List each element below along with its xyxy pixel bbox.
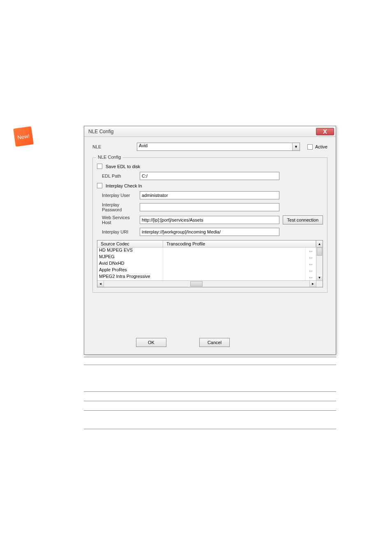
active-checkbox[interactable] xyxy=(307,144,313,150)
profile-cell xyxy=(163,274,305,280)
interplay-checkin-checkbox[interactable] xyxy=(97,183,102,188)
save-edl-label: Save EDL to disk xyxy=(106,164,140,169)
nle-select-value: Avid xyxy=(139,143,148,148)
ok-button[interactable]: OK xyxy=(136,338,166,347)
scroll-left-icon[interactable]: ◄ xyxy=(97,281,104,287)
scroll-down-icon[interactable]: ▼ xyxy=(316,275,323,280)
chevron-down-icon[interactable]: ▼ xyxy=(292,143,300,150)
document-lines xyxy=(84,357,336,429)
profile-cell xyxy=(163,267,305,274)
interplay-password-row: Interplay Password xyxy=(97,202,323,212)
browse-button[interactable]: ... xyxy=(305,247,316,254)
titlebar[interactable]: NLE Config X xyxy=(84,126,336,137)
profile-cell xyxy=(163,254,305,261)
new-badge-text: New! xyxy=(17,133,30,141)
nle-row: NLE Avid ▼ Active xyxy=(92,143,327,151)
scroll-thumb[interactable] xyxy=(317,247,322,256)
scroll-corner xyxy=(316,281,323,287)
profile-cell xyxy=(163,261,305,267)
codec-table-body: HD MJPEG EVS ... MJPEG ... Avid DNxHD xyxy=(97,247,323,280)
table-row[interactable]: Apple ProRes ... xyxy=(97,267,316,274)
browse-button[interactable]: ... xyxy=(305,261,316,267)
web-services-host-row: Web Services Host http://[ip]:[port]/ser… xyxy=(97,215,323,225)
nle-config-dialog: NLE Config X NLE Avid ▼ Active NLE Confi… xyxy=(84,126,336,355)
codec-table: Source Codec Transcoding Profile ▲ HD MJ… xyxy=(97,240,323,287)
codec-name: Avid DNxHD xyxy=(97,261,163,267)
active-checkbox-wrap: Active xyxy=(307,144,327,150)
web-services-host-label: Web Services Host xyxy=(97,215,136,225)
interplay-checkin-row: Interplay Check In xyxy=(97,183,323,188)
interplay-password-input[interactable] xyxy=(140,203,279,211)
dialog-body: NLE Avid ▼ Active NLE Config Save EDL to… xyxy=(84,137,336,354)
new-badge: New! xyxy=(13,126,34,147)
edl-path-row: EDL Path C:/ xyxy=(97,172,323,180)
interplay-checkin-label: Interplay Check In xyxy=(106,183,142,188)
nle-select[interactable]: Avid ▼ xyxy=(137,143,300,151)
web-services-host-value: http://[ip]:[port]/services/Assets xyxy=(142,217,203,222)
edl-path-input[interactable]: C:/ xyxy=(140,172,279,180)
codec-rows: HD MJPEG EVS ... MJPEG ... Avid DNxHD xyxy=(97,247,316,280)
close-icon: X xyxy=(323,128,327,135)
test-connection-button[interactable]: Test connection xyxy=(283,215,323,224)
vertical-scrollbar[interactable]: ▼ xyxy=(316,247,323,280)
browse-button[interactable]: ... xyxy=(305,254,316,261)
nle-config-groupbox: NLE Config Save EDL to disk EDL Path C:/… xyxy=(92,157,327,293)
table-row[interactable]: MJPEG ... xyxy=(97,254,316,261)
dialog-button-row: OK Cancel xyxy=(92,338,327,347)
web-services-host-input[interactable]: http://[ip]:[port]/services/Assets xyxy=(140,216,279,224)
nle-label: NLE xyxy=(92,144,137,149)
interplay-uri-label: Interplay URI xyxy=(97,229,136,234)
edl-path-value: C:/ xyxy=(142,173,148,178)
scroll-right-icon[interactable]: ► xyxy=(309,281,316,287)
interplay-user-row: Interplay User administrator xyxy=(97,191,323,199)
horizontal-scrollbar[interactable]: ◄ ► xyxy=(97,280,323,287)
save-edl-row: Save EDL to disk xyxy=(97,164,323,169)
groupbox-title: NLE Config xyxy=(96,155,122,160)
codec-table-header: Source Codec Transcoding Profile ▲ xyxy=(97,240,323,247)
codec-name: Apple ProRes xyxy=(97,267,163,274)
browse-button[interactable]: ... xyxy=(305,267,316,274)
hscroll-thumb[interactable] xyxy=(190,281,203,287)
codec-name: MPEG2 Intra Progressive xyxy=(97,274,163,280)
dialog-title: NLE Config xyxy=(88,129,113,134)
close-button[interactable]: X xyxy=(316,128,334,135)
active-label: Active xyxy=(315,144,327,149)
scroll-up-icon[interactable]: ▲ xyxy=(316,240,323,247)
interplay-uri-row: Interplay URI interplay://[workgroup]/In… xyxy=(97,228,323,236)
table-row[interactable]: MPEG2 Intra Progressive ... xyxy=(97,274,316,280)
table-row[interactable]: HD MJPEG EVS ... xyxy=(97,247,316,254)
table-row[interactable]: Avid DNxHD ... xyxy=(97,261,316,267)
divider xyxy=(84,429,336,429)
codec-name: MJPEG xyxy=(97,254,163,261)
interplay-user-value: administrator xyxy=(142,193,168,198)
hscroll-track[interactable] xyxy=(104,281,309,287)
save-edl-checkbox[interactable] xyxy=(97,164,102,169)
interplay-uri-input[interactable]: interplay://[workgroup]/Incoming Media/ xyxy=(140,228,279,236)
source-codec-header[interactable]: Source Codec xyxy=(97,240,163,247)
cancel-button[interactable]: Cancel xyxy=(199,338,230,347)
profile-cell xyxy=(163,247,305,254)
interplay-password-label: Interplay Password xyxy=(97,202,136,212)
transcoding-profile-header[interactable]: Transcoding Profile xyxy=(163,240,316,247)
interplay-user-input[interactable]: administrator xyxy=(140,191,279,199)
interplay-user-label: Interplay User xyxy=(97,193,136,198)
codec-name: HD MJPEG EVS xyxy=(97,247,163,254)
edl-path-label: EDL Path xyxy=(97,173,136,178)
interplay-uri-value: interplay://[workgroup]/Incoming Media/ xyxy=(142,229,221,234)
spacer xyxy=(92,293,327,338)
browse-button[interactable]: ... xyxy=(305,274,316,280)
